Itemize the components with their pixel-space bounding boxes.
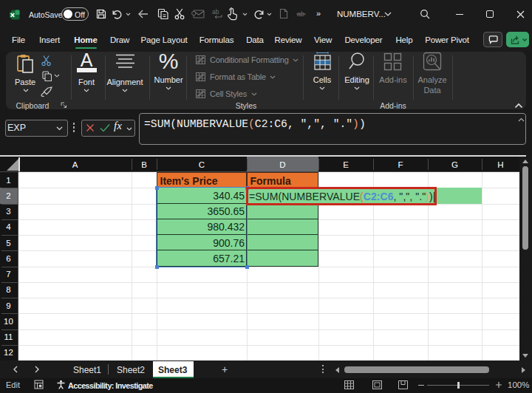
svg-text:ab: ab (212, 9, 219, 16)
